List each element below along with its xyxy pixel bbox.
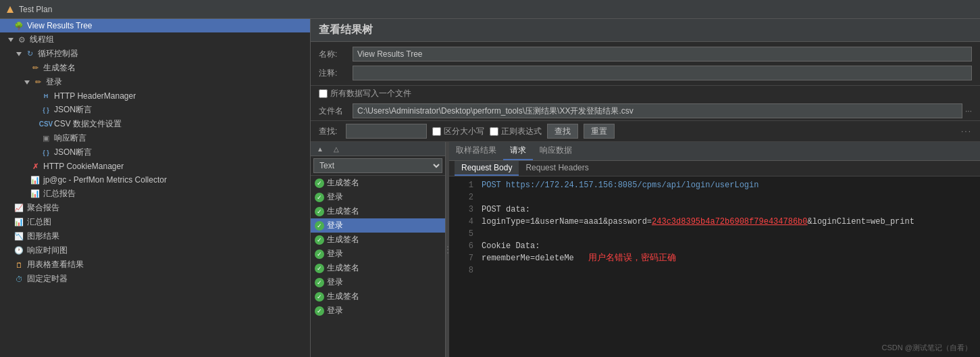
view-type-select[interactable]: Text JSON XML HTML bbox=[313, 158, 442, 173]
result-label: 登录 bbox=[327, 220, 343, 231]
line-content-cookie: Cookie Data: bbox=[482, 240, 540, 252]
all-data-checkbox-label[interactable]: 所有数据写入一个文件 bbox=[319, 88, 411, 99]
result-item[interactable]: ✓ 生成签名 bbox=[311, 204, 445, 218]
file-input[interactable] bbox=[353, 103, 962, 118]
code-line-7: 7 rememberMe=deleteMe 用户名错误，密码正确 bbox=[449, 252, 980, 264]
tree-item-perfmon[interactable]: 📊 jp@gc - PerfMon Metrics Collector bbox=[0, 173, 310, 187]
expand-arrow bbox=[8, 38, 14, 42]
comment-row: 注释: bbox=[319, 64, 972, 82]
line-num: 7 bbox=[455, 252, 473, 264]
tree-item-http-header[interactable]: H HTTP HeaderManager bbox=[0, 89, 310, 103]
scroll-top-btn[interactable]: ▲ bbox=[313, 143, 327, 154]
tree-item-login-1[interactable]: ✏ 登录 bbox=[0, 75, 310, 89]
result-label: 生成签名 bbox=[327, 262, 359, 274]
sub-tab-request-headers[interactable]: Request Headers bbox=[519, 161, 595, 176]
graph-icon: 📉 bbox=[14, 231, 24, 242]
result-item[interactable]: ✓ 登录 bbox=[311, 304, 445, 318]
right-header: 查看结果树 bbox=[311, 19, 980, 42]
tree-item-csv[interactable]: CSV CSV 数据文件设置 bbox=[0, 117, 310, 131]
tree-item-cookie[interactable]: ✗ HTTP CookieManager bbox=[0, 160, 310, 173]
search-row: 查找: 区分大小写 正则表达式 查找 重置 ··· bbox=[311, 121, 980, 142]
tree-item-timer[interactable]: ⏱ 固定定时器 bbox=[0, 272, 310, 286]
result-label: 生成签名 bbox=[327, 206, 359, 217]
cookie-icon: ✗ bbox=[30, 161, 41, 172]
scroll-up-btn[interactable]: △ bbox=[330, 143, 343, 154]
tree-item-view-results-tree[interactable]: 🌳 View Results Tree bbox=[0, 19, 310, 32]
search-input[interactable] bbox=[346, 124, 427, 139]
result-item[interactable]: ✓ 登录 bbox=[311, 247, 445, 261]
file-more-btn[interactable]: ··· bbox=[965, 106, 972, 116]
regex-label[interactable]: 正则表达式 bbox=[490, 126, 542, 137]
tab-response-data[interactable]: 响应数据 bbox=[533, 142, 579, 160]
tree-item-json-assert-2[interactable]: { } JSON断言 bbox=[0, 145, 310, 160]
sub-tab-request-body[interactable]: Request Body bbox=[455, 161, 519, 176]
line-num: 5 bbox=[455, 228, 473, 240]
line-num: 6 bbox=[455, 240, 473, 252]
tree-item-label: View Results Tree bbox=[27, 21, 93, 30]
result-label: 登录 bbox=[327, 248, 343, 260]
line-content-url: POST https://172.24.157.156:8085/cpms/ap… bbox=[482, 179, 758, 191]
results-list-pane: ▲ △ Text JSON XML HTML ✓ 生成签名 bbox=[311, 142, 446, 357]
result-item[interactable]: ✓ 生成签名 bbox=[311, 261, 445, 275]
tree-item-response-time[interactable]: 🕐 响应时间图 bbox=[0, 243, 310, 258]
tree-item-label: 图形结果 bbox=[27, 231, 59, 242]
result-item[interactable]: ✓ 生成签名 bbox=[311, 233, 445, 247]
comment-input[interactable] bbox=[353, 66, 972, 80]
file-row: 文件名 ··· bbox=[311, 101, 980, 121]
result-label: 登录 bbox=[327, 305, 343, 316]
result-status-icon: ✓ bbox=[315, 221, 324, 231]
tree-item-loop[interactable]: ↻ 循环控制器 bbox=[0, 47, 310, 61]
loop-icon: ↻ bbox=[24, 49, 35, 60]
password-hash: 243c3d8395b4a72b6908f79e434786b0 bbox=[652, 217, 807, 227]
case-sensitive-checkbox[interactable] bbox=[432, 127, 441, 136]
tree-item-label: CSV 数据文件设置 bbox=[54, 118, 122, 130]
result-item[interactable]: ✓ 登录 bbox=[311, 275, 445, 289]
tree-item-summary-chart[interactable]: 📊 汇总图 bbox=[0, 215, 310, 229]
code-line-6: 6 Cookie Data: bbox=[449, 240, 980, 252]
tree-item-label: 响应断言 bbox=[54, 133, 86, 144]
tree-item-graph-result[interactable]: 📉 图形结果 bbox=[0, 229, 310, 243]
find-button[interactable]: 查找 bbox=[547, 124, 578, 139]
tree-item-label: JSON断言 bbox=[54, 147, 92, 158]
assert-icon: ▣ bbox=[41, 133, 51, 144]
name-input[interactable] bbox=[353, 47, 972, 62]
result-label: 生成签名 bbox=[327, 177, 359, 189]
login-suffix: &loginClient=web_print bbox=[807, 217, 914, 227]
case-sensitive-label[interactable]: 区分大小写 bbox=[432, 126, 484, 137]
result-item[interactable]: ✓ 登录 bbox=[311, 190, 445, 204]
all-data-checkbox[interactable] bbox=[319, 89, 328, 98]
more-options-btn[interactable]: ··· bbox=[961, 126, 972, 136]
clock-icon: 🕐 bbox=[14, 245, 24, 256]
tree-item-summary-report-inner[interactable]: 📊 汇总报告 bbox=[0, 187, 310, 201]
tab-sampler-result[interactable]: 取样器结果 bbox=[449, 142, 503, 160]
result-status-icon: ✓ bbox=[315, 292, 324, 302]
watermark: CSDN @测试笔记（自看） bbox=[882, 343, 972, 353]
regex-checkbox[interactable] bbox=[490, 127, 498, 136]
summary-chart-icon: 📊 bbox=[14, 217, 24, 228]
tree-item-label: HTTP CookieManager bbox=[43, 162, 124, 171]
tab-request[interactable]: 请求 bbox=[503, 142, 533, 160]
tree-item-table-view[interactable]: 🗒 用表格查看结果 bbox=[0, 258, 310, 272]
tree-item-thread-group[interactable]: ⚙ 线程组 bbox=[0, 32, 310, 47]
result-item[interactable]: ✓ 生成签名 bbox=[311, 176, 445, 190]
result-item[interactable]: ✓ 生成签名 bbox=[311, 289, 445, 304]
reset-button[interactable]: 重置 bbox=[584, 124, 615, 139]
code-line-4: 4 loginType=1&userName=aaa1&password=243… bbox=[449, 216, 980, 228]
tree-item-label: 聚合报告 bbox=[27, 202, 59, 214]
name-label: 名称: bbox=[319, 49, 353, 60]
result-status-icon: ✓ bbox=[315, 178, 324, 188]
login-prefix: loginType=1&userName=aaa1&password= bbox=[482, 217, 652, 227]
expand-arrow bbox=[16, 52, 22, 56]
result-item-active[interactable]: ✓ 登录 bbox=[311, 218, 445, 233]
svg-marker-0 bbox=[7, 6, 14, 13]
tree-item-json-assert-1[interactable]: { } JSON断言 bbox=[0, 103, 310, 117]
tree-item-resp-assert[interactable]: ▣ 响应断言 bbox=[0, 131, 310, 145]
detail-pane: 取样器结果 请求 响应数据 Request Body Request Heade… bbox=[449, 142, 980, 357]
expand-arrow bbox=[24, 80, 30, 85]
tree-item-label: jp@gc - PerfMon Metrics Collector bbox=[43, 175, 167, 185]
tree-item-label: 汇总报告 bbox=[43, 188, 76, 199]
left-panel: 🌳 View Results Tree ⚙ 线程组 ↻ 循环控制器 ✏ 生成签名… bbox=[0, 19, 311, 357]
tree-item-aggregate[interactable]: 📈 聚合报告 bbox=[0, 201, 310, 215]
tree-item-gen-sign-1[interactable]: ✏ 生成签名 bbox=[0, 61, 310, 75]
chart-icon: 📊 bbox=[30, 174, 41, 185]
